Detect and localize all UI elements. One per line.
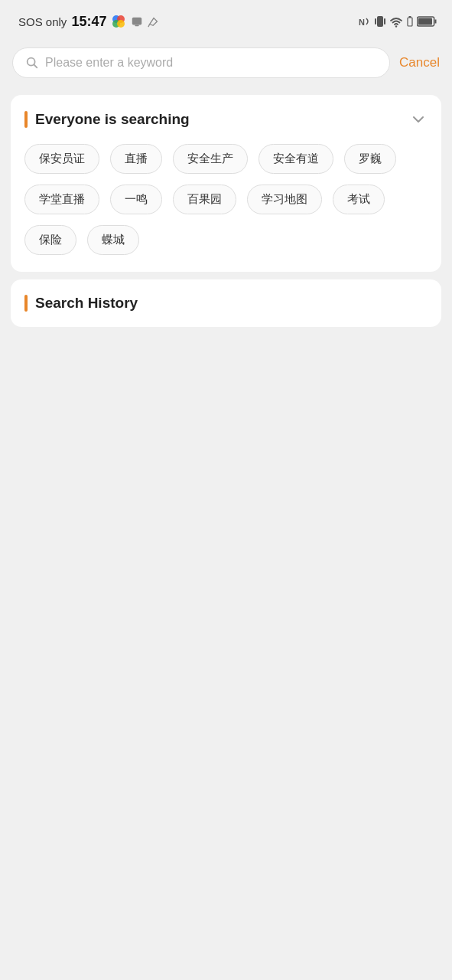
everyone-searching-title: Everyone is searching: [35, 111, 190, 128]
trending-tag[interactable]: 直播: [110, 144, 162, 174]
battery-icon: [417, 16, 437, 27]
svg-rect-10: [384, 18, 385, 24]
trending-tag[interactable]: 蝶城: [87, 225, 139, 255]
everyone-searching-card: Everyone is searching 保安员证直播安全生产安全有道罗巍学堂…: [11, 95, 441, 272]
battery-low-icon: [407, 16, 413, 27]
trending-tag[interactable]: 考试: [333, 185, 385, 214]
svg-rect-5: [135, 24, 139, 26]
collapse-button[interactable]: [409, 110, 428, 129]
trending-tags-grid: 保安员证直播安全生产安全有道罗巍学堂直播一鸣百果园学习地图考试保险蝶城: [24, 144, 428, 255]
svg-rect-13: [409, 16, 411, 18]
card-header: Everyone is searching: [24, 110, 428, 129]
status-bar: SOS only 15:47 N: [0, 0, 452, 41]
svg-rect-4: [132, 18, 141, 25]
trending-tag[interactable]: 保险: [24, 225, 76, 255]
trending-tag[interactable]: 学堂直播: [24, 185, 99, 214]
nfc-icon: N: [357, 15, 371, 28]
search-icon: [25, 56, 39, 70]
trending-tag[interactable]: 百果园: [173, 185, 236, 214]
trending-tag[interactable]: 一鸣: [110, 185, 162, 214]
trending-tag[interactable]: 安全生产: [173, 144, 248, 174]
svg-rect-8: [377, 16, 383, 27]
svg-text:N: N: [359, 18, 365, 27]
vibrate-icon: [375, 15, 385, 28]
status-sos-text: SOS only: [18, 15, 67, 28]
trending-tag[interactable]: 学习地图: [247, 185, 322, 214]
orange-accent-bar: [24, 111, 28, 128]
status-time: 15:47: [71, 14, 106, 30]
trending-tag[interactable]: 安全有道: [259, 144, 333, 174]
notification-icon: [131, 15, 143, 28]
card-title-row: Everyone is searching: [24, 111, 190, 128]
svg-rect-12: [408, 18, 412, 26]
svg-line-6: [148, 24, 150, 28]
cancel-button[interactable]: Cancel: [399, 52, 440, 74]
status-right: N: [357, 15, 437, 28]
edit-icon: [148, 15, 160, 28]
trending-tag[interactable]: 罗巍: [344, 144, 396, 174]
svg-rect-9: [375, 18, 376, 24]
svg-rect-15: [418, 18, 432, 25]
chevron-down-icon: [411, 112, 426, 127]
history-title-row: Search History: [24, 295, 428, 312]
search-placeholder: Please enter a keyword: [45, 56, 377, 70]
status-left: SOS only 15:47: [18, 14, 160, 30]
colorful-icon: [111, 14, 126, 29]
search-history-card: Search History: [11, 279, 441, 327]
trending-tag[interactable]: 保安员证: [24, 144, 99, 174]
svg-point-11: [395, 25, 397, 27]
orange-accent-bar-history: [24, 295, 28, 312]
search-input-wrapper[interactable]: Please enter a keyword: [12, 47, 390, 78]
search-history-title: Search History: [35, 295, 138, 312]
search-bar-area: Please enter a keyword Cancel: [0, 41, 452, 87]
svg-point-3: [117, 20, 125, 28]
wifi-icon: [389, 15, 403, 28]
svg-line-17: [34, 64, 37, 67]
